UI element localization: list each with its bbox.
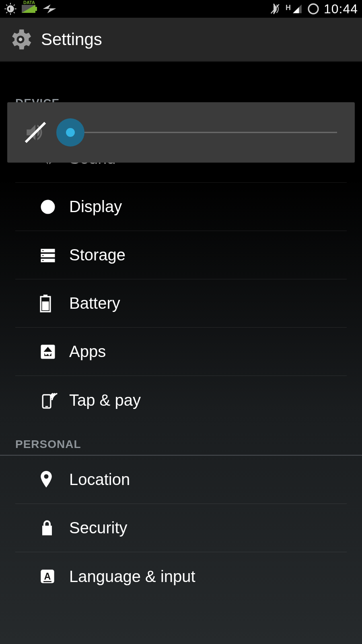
- list-item-storage[interactable]: Storage: [15, 231, 347, 279]
- security-icon: [39, 520, 69, 537]
- battery-icon: [39, 295, 69, 312]
- status-bar: DATA H 10:44: [0, 0, 362, 18]
- list-item-label: Display: [69, 198, 122, 216]
- svg-rect-13: [42, 250, 44, 251]
- volume-muted-icon: [19, 121, 51, 144]
- charging-icon: [43, 4, 56, 13]
- list-item-security[interactable]: Security: [15, 504, 347, 552]
- status-left: DATA: [4, 2, 56, 15]
- svg-rect-24: [43, 581, 51, 582]
- display-icon: [39, 198, 69, 215]
- settings-gear-icon[interactable]: [7, 26, 34, 53]
- list-item-battery[interactable]: Battery: [15, 279, 347, 328]
- volume-slider-track: [57, 132, 337, 133]
- list-item-more[interactable]: More…: [15, 62, 347, 70]
- svg-rect-14: [42, 255, 44, 256]
- data-label: DATA: [23, 0, 35, 5]
- svg-rect-2: [35, 7, 37, 11]
- list-item-tap-pay[interactable]: Tap & pay: [15, 376, 347, 424]
- location-icon: [39, 471, 69, 489]
- svg-text:A: A: [44, 571, 51, 582]
- list-item-label: Battery: [69, 294, 120, 312]
- svg-rect-20: [43, 395, 51, 408]
- list-item-apps[interactable]: Apps: [15, 328, 347, 376]
- settings-list-scroll[interactable]: DEVICE More… Sound Display Storage: [0, 62, 362, 644]
- app-bar: Settings: [0, 18, 362, 62]
- list-item-label: Tap & pay: [69, 391, 141, 409]
- list-item-label: Apps: [69, 343, 106, 361]
- list-item-label: Location: [69, 471, 130, 489]
- status-clock: 10:44: [324, 2, 358, 17]
- svg-marker-6: [293, 7, 299, 13]
- language-icon: A: [39, 568, 69, 584]
- app-bar-title: Settings: [41, 30, 102, 49]
- list-item-label: Security: [69, 519, 128, 537]
- list-item-label: Language & input: [69, 568, 195, 586]
- brightness-icon: [4, 2, 17, 15]
- apps-icon: [39, 343, 69, 360]
- volume-slider[interactable]: [57, 118, 337, 147]
- signal-type-label: H: [286, 4, 291, 12]
- volume-overlay: [7, 102, 355, 163]
- vibrate-icon: [269, 3, 282, 15]
- list-item-language[interactable]: A Language & input: [15, 552, 347, 601]
- status-right: H 10:44: [269, 2, 358, 17]
- svg-rect-21: [45, 406, 48, 407]
- svg-marker-3: [43, 4, 56, 13]
- section-header-personal: PERSONAL: [0, 424, 362, 456]
- storage-icon: [39, 247, 69, 264]
- loading-circle-icon: [307, 2, 320, 15]
- svg-rect-18: [42, 301, 49, 310]
- svg-rect-15: [42, 260, 44, 261]
- volume-slider-thumb[interactable]: [56, 118, 84, 147]
- svg-point-7: [309, 4, 318, 14]
- list-item-location[interactable]: Location: [15, 456, 347, 504]
- svg-point-8: [19, 38, 23, 41]
- tap-pay-icon: [39, 391, 69, 409]
- data-battery-icon: DATA: [22, 3, 38, 14]
- signal-icon: H: [286, 4, 303, 14]
- list-item-display[interactable]: Display: [15, 183, 347, 231]
- list-item-label: Storage: [69, 246, 125, 264]
